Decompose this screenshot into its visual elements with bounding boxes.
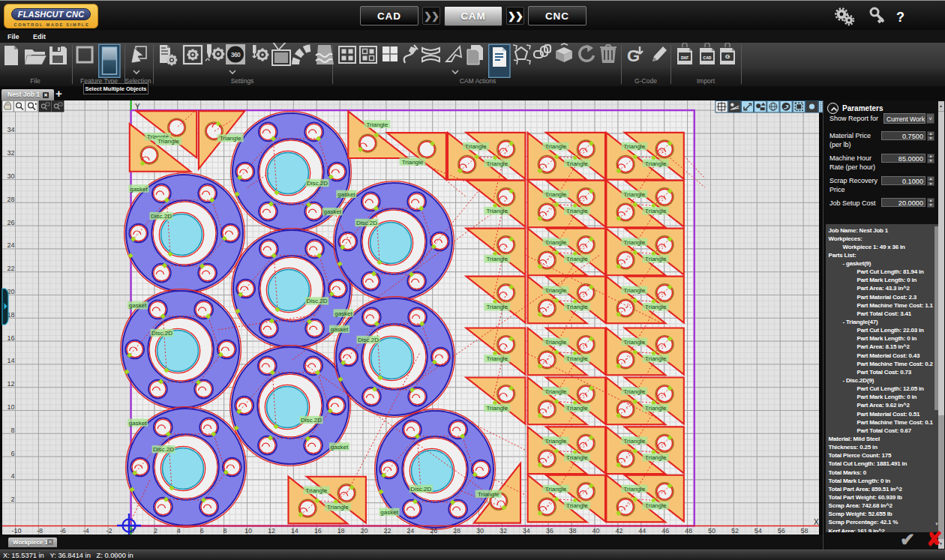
svg-text:14: 14 xyxy=(291,527,298,535)
svg-text:Triangle: Triangle xyxy=(158,138,179,145)
svg-text:Triangle: Triangle xyxy=(486,208,508,214)
svg-text:Triangle: Triangle xyxy=(566,304,588,310)
svg-text:40: 40 xyxy=(592,527,599,535)
svg-text:38: 38 xyxy=(569,527,577,535)
svg-text:30: 30 xyxy=(476,527,484,535)
svg-text:2: 2 xyxy=(154,527,158,535)
svg-text:Triangle: Triangle xyxy=(623,438,645,445)
svg-text:Triangle: Triangle xyxy=(566,256,588,262)
svg-text:Triangle: Triangle xyxy=(306,487,328,494)
svg-text:24: 24 xyxy=(7,241,14,249)
svg-text:Triangle: Triangle xyxy=(545,191,567,198)
svg-text:24: 24 xyxy=(406,527,414,535)
svg-text:Triangle: Triangle xyxy=(545,486,567,493)
svg-text:8: 8 xyxy=(10,427,14,434)
svg-text:Triangle: Triangle xyxy=(623,287,645,294)
svg-text:28: 28 xyxy=(7,196,14,203)
svg-text:gasket: gasket xyxy=(130,186,148,193)
svg-text:Triangle: Triangle xyxy=(486,304,508,310)
svg-text:42: 42 xyxy=(615,527,622,535)
svg-text:Triangle: Triangle xyxy=(645,405,667,412)
svg-text:16: 16 xyxy=(7,334,14,342)
svg-text:56: 56 xyxy=(778,527,785,535)
svg-text:18: 18 xyxy=(338,527,345,535)
svg-text:Triangle: Triangle xyxy=(566,454,588,461)
svg-text:Triangle: Triangle xyxy=(566,355,588,362)
svg-text:DXF: DXF xyxy=(681,55,688,60)
svg-text:gasket: gasket xyxy=(334,310,352,317)
svg-text:26: 26 xyxy=(7,219,14,226)
svg-text:Disc.2D: Disc.2D xyxy=(358,337,379,343)
svg-text:-4: -4 xyxy=(83,527,89,535)
svg-text:34: 34 xyxy=(523,527,530,535)
svg-text:32: 32 xyxy=(500,527,507,535)
svg-text:Triangle: Triangle xyxy=(623,239,645,246)
svg-text:Disc.2D: Disc.2D xyxy=(152,330,172,337)
svg-text:Triangle: Triangle xyxy=(545,339,567,346)
svg-text:54: 54 xyxy=(754,527,762,535)
svg-text:Triangle: Triangle xyxy=(623,143,645,150)
svg-text:gasket: gasket xyxy=(331,444,349,451)
svg-text:G: G xyxy=(627,46,640,65)
svg-text:8: 8 xyxy=(224,527,227,535)
svg-text:52: 52 xyxy=(731,527,739,535)
svg-text:4: 4 xyxy=(10,472,14,480)
svg-text:Triangle: Triangle xyxy=(645,208,667,214)
svg-text:Triangle: Triangle xyxy=(465,143,487,150)
svg-text:10: 10 xyxy=(7,403,14,411)
svg-text:Triangle: Triangle xyxy=(327,504,349,511)
svg-text:36: 36 xyxy=(546,527,554,535)
svg-text:44: 44 xyxy=(638,527,646,535)
svg-text:22: 22 xyxy=(383,527,391,535)
svg-text:Triangle: Triangle xyxy=(566,502,588,509)
svg-text:gasket: gasket xyxy=(380,509,398,516)
svg-text:G: G xyxy=(725,53,730,60)
svg-text:Triangle: Triangle xyxy=(645,304,667,310)
svg-text:Triangle: Triangle xyxy=(645,454,667,461)
svg-text:Y: Y xyxy=(135,103,140,111)
svg-text:gasket: gasket xyxy=(129,420,147,427)
svg-text:CAD: CAD xyxy=(704,55,712,60)
svg-text:30: 30 xyxy=(7,172,14,180)
svg-text:4: 4 xyxy=(177,527,181,535)
svg-text:gasket: gasket xyxy=(338,191,356,198)
svg-text:6: 6 xyxy=(10,450,14,457)
svg-text:Disc.2D: Disc.2D xyxy=(356,220,377,226)
svg-text:16: 16 xyxy=(314,527,322,535)
svg-text:Disc.2D: Disc.2D xyxy=(151,213,172,220)
svg-text:Triangle: Triangle xyxy=(623,486,645,493)
svg-text:20: 20 xyxy=(360,527,368,535)
svg-text:-6: -6 xyxy=(60,527,66,535)
svg-text:6: 6 xyxy=(200,527,204,535)
svg-text:Triangle: Triangle xyxy=(645,256,667,262)
svg-text:2: 2 xyxy=(10,496,14,503)
svg-text:26: 26 xyxy=(430,527,437,535)
svg-text:50: 50 xyxy=(708,527,716,535)
svg-text:-8: -8 xyxy=(37,527,43,535)
svg-text:Triangle: Triangle xyxy=(486,355,508,362)
svg-text:Triangle: Triangle xyxy=(623,339,645,346)
svg-text:Triangle: Triangle xyxy=(402,159,424,166)
svg-text:Triangle: Triangle xyxy=(645,502,667,509)
svg-text:360: 360 xyxy=(231,51,241,58)
svg-text:Triangle: Triangle xyxy=(545,287,567,294)
svg-text:Triangle: Triangle xyxy=(545,438,567,445)
svg-text:46: 46 xyxy=(662,527,669,535)
svg-text:Disc.2D: Disc.2D xyxy=(410,486,431,493)
svg-text:?: ? xyxy=(896,10,904,25)
svg-text:58: 58 xyxy=(801,527,808,535)
svg-text:12: 12 xyxy=(7,380,14,388)
svg-text:34: 34 xyxy=(7,126,14,133)
svg-text:Triangle: Triangle xyxy=(545,143,567,150)
svg-text:Triangle: Triangle xyxy=(486,160,508,167)
svg-text:Triangle: Triangle xyxy=(566,405,588,412)
svg-text:Triangle: Triangle xyxy=(366,121,388,128)
svg-text:gasket: gasket xyxy=(331,326,349,333)
svg-text:0: 0 xyxy=(130,527,134,535)
svg-text:gasket: gasket xyxy=(129,302,147,309)
svg-text:Triangle: Triangle xyxy=(220,135,242,142)
svg-text:12: 12 xyxy=(268,527,275,535)
svg-text:14: 14 xyxy=(7,357,14,364)
svg-text:48: 48 xyxy=(685,527,692,535)
svg-text:Triangle: Triangle xyxy=(645,160,667,167)
